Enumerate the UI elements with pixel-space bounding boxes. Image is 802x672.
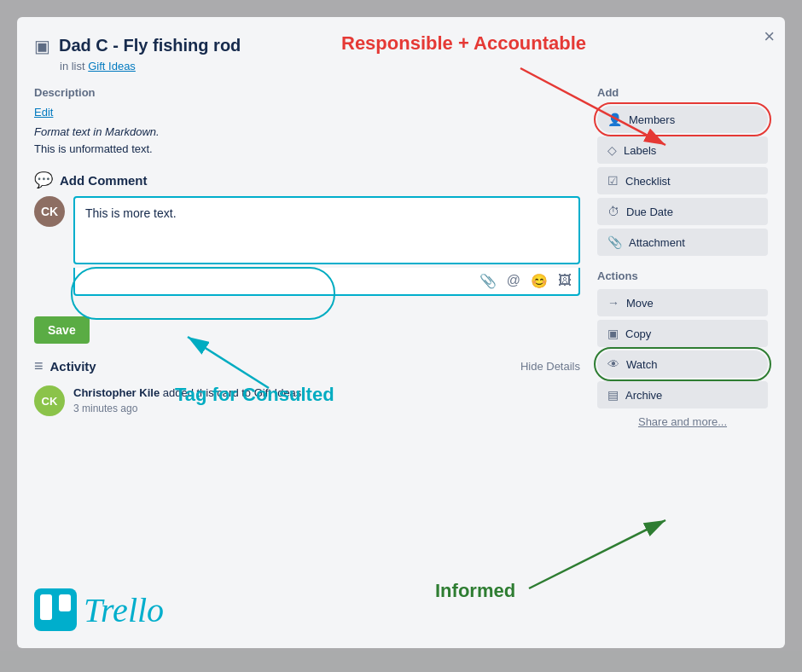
user-avatar: CK bbox=[34, 196, 65, 227]
members-icon: 👤 bbox=[607, 113, 622, 126]
modal-title: Dad C - Fly fishing rod bbox=[59, 34, 241, 56]
svg-rect-7 bbox=[40, 594, 52, 620]
due-date-icon: ⏱ bbox=[607, 205, 619, 218]
activity-section: ≡ Activity Hide Details CK Christopher K… bbox=[34, 357, 580, 416]
modal-header: ▣ Dad C - Fly fishing rod bbox=[34, 34, 768, 56]
mention-icon[interactable]: @ bbox=[507, 273, 520, 289]
close-button[interactable]: × bbox=[764, 27, 775, 46]
attach-icon[interactable]: 📎 bbox=[479, 273, 497, 289]
list-link[interactable]: Gift Ideas bbox=[88, 60, 136, 72]
activity-time: 3 minutes ago bbox=[73, 403, 301, 414]
comment-icon: 💬 bbox=[34, 171, 53, 189]
comment-input-wrapper: This is more text. 📎 @ 😊 🖼 bbox=[73, 196, 580, 296]
trello-logo: Trello bbox=[34, 588, 164, 631]
add-comment-label: 💬 Add Comment bbox=[34, 171, 580, 189]
svg-rect-8 bbox=[59, 594, 71, 611]
watch-button[interactable]: 👁 Watch bbox=[597, 350, 768, 378]
comment-input-area: CK This is more text. 📎 @ 😊 🖼 bbox=[34, 196, 580, 296]
activity-avatar: CK bbox=[34, 385, 65, 416]
modal-sidebar: Add 👤 Members ◇ Labels ☑ Checklist bbox=[597, 86, 768, 631]
actions-title: Actions bbox=[597, 269, 768, 282]
activity-item: CK Christopher Kile added this card to G… bbox=[34, 385, 580, 416]
move-icon: → bbox=[607, 296, 619, 310]
description-label: Description bbox=[34, 86, 580, 99]
due-date-button[interactable]: ⏱ Due Date bbox=[597, 198, 768, 225]
share-more-link[interactable]: Share and more... bbox=[597, 415, 768, 428]
card-modal: × ▣ Dad C - Fly fishing rod in list Gift… bbox=[17, 17, 785, 648]
watch-icon: 👁 bbox=[607, 357, 619, 371]
members-button[interactable]: 👤 Members bbox=[597, 106, 768, 133]
labels-button[interactable]: ◇ Labels bbox=[597, 136, 768, 164]
actions-section: Actions → Move ▣ Copy 👁 Watch ▤ bbox=[597, 269, 768, 428]
add-comment-section: 💬 Add Comment CK This is more text. 📎 @ bbox=[34, 171, 580, 344]
description-edit-link[interactable]: Edit bbox=[34, 106, 580, 119]
comment-textarea[interactable]: This is more text. bbox=[73, 196, 580, 264]
modal-body: Description Edit Format text in Markdown… bbox=[34, 86, 768, 631]
labels-icon: ◇ bbox=[607, 143, 617, 157]
hide-details-link[interactable]: Hide Details bbox=[520, 360, 580, 373]
archive-button[interactable]: ▤ Archive bbox=[597, 381, 768, 408]
checklist-icon: ☑ bbox=[607, 174, 619, 188]
card-icon: ▣ bbox=[34, 36, 50, 56]
activity-content: Christopher Kile added this card to Gift… bbox=[73, 385, 301, 416]
add-section: Add 👤 Members ◇ Labels ☑ Checklist bbox=[597, 86, 768, 256]
description-text: Format text in Markdown. This is unforma… bbox=[34, 124, 580, 157]
attachment-button[interactable]: 📎 Attachment bbox=[597, 229, 768, 256]
archive-icon: ▤ bbox=[607, 388, 619, 402]
trello-logo-text: Trello bbox=[84, 590, 164, 630]
modal-subtitle: in list Gift Ideas bbox=[60, 60, 768, 72]
activity-title: ≡ Activity bbox=[34, 357, 96, 375]
emoji-icon[interactable]: 😊 bbox=[531, 273, 548, 289]
comment-toolbar: 📎 @ 😊 🖼 bbox=[73, 268, 580, 296]
activity-text: Christopher Kile added this card to Gift… bbox=[73, 385, 301, 401]
activity-header: ≡ Activity Hide Details bbox=[34, 357, 580, 375]
copy-button[interactable]: ▣ Copy bbox=[597, 320, 768, 347]
attachment-icon: 📎 bbox=[607, 235, 622, 249]
save-button[interactable]: Save bbox=[34, 316, 90, 344]
trello-logo-icon bbox=[34, 588, 77, 631]
move-button[interactable]: → Move bbox=[597, 289, 768, 316]
activity-icon: ≡ bbox=[34, 357, 44, 375]
copy-icon: ▣ bbox=[607, 327, 619, 340]
checklist-button[interactable]: ☑ Checklist bbox=[597, 167, 768, 194]
add-title: Add bbox=[597, 86, 768, 99]
modal-main: Description Edit Format text in Markdown… bbox=[34, 86, 580, 631]
image-icon[interactable]: 🖼 bbox=[558, 273, 572, 289]
